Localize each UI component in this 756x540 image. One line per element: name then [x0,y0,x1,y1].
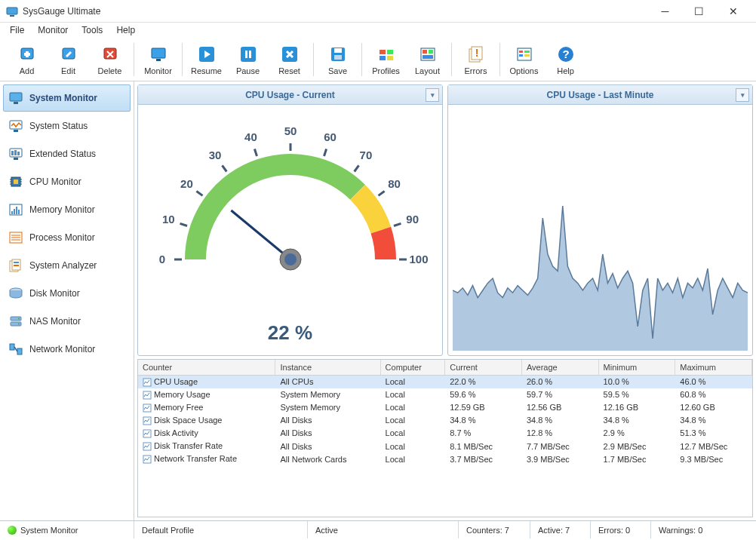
toolbar-save-button[interactable]: Save [317,40,358,79]
svg-rect-18 [387,50,393,54]
svg-rect-45 [14,179,18,184]
col-counter[interactable]: Counter [138,360,275,375]
toolbar-separator [182,43,183,76]
col-current[interactable]: Current [445,360,522,375]
svg-rect-101 [143,430,151,437]
minimize-button[interactable]: ─ [648,1,682,22]
table-cell: Disk Space Usage [138,414,275,427]
chart-panel-header: CPU Usage - Last Minute ▾ [448,85,752,105]
col-instance[interactable]: Instance [275,360,380,375]
table-cell: 59.6 % [445,388,522,401]
chart-panel-title: CPU Usage - Last Minute [546,90,653,100]
svg-line-78 [222,165,226,171]
menubar: FileMonitorToolsHelp [0,23,756,38]
window-title: SysGauge Ultimate [23,6,648,17]
svg-text:?: ? [562,48,569,60]
toolbar-errors-button[interactable]: !Errors [455,40,496,79]
svg-text:50: 50 [284,124,297,137]
toolbar-delete-button[interactable]: Delete [89,40,131,79]
table-row[interactable]: Disk Transfer RateAll DisksLocal8.1 MB/S… [138,440,752,453]
table-row[interactable]: CPU UsageAll CPUsLocal22.0 %26.0 %10.0 %… [138,375,752,388]
svg-rect-102 [143,443,151,450]
table-cell: 34.8 % [675,414,752,427]
svg-line-74 [180,223,187,226]
svg-rect-36 [14,102,18,104]
svg-text:20: 20 [180,177,193,190]
svg-rect-19 [380,56,386,60]
table-cell: 9.3 MB/Sec [675,453,752,465]
gauge-panel-dropdown[interactable]: ▾ [426,88,439,102]
toolbar-label: Profiles [372,66,400,75]
table-row[interactable]: Disk ActivityAll DisksLocal8.7 %12.8 %2.… [138,427,752,440]
svg-rect-20 [387,56,393,60]
toolbar-label: Save [328,66,347,75]
menu-help[interactable]: Help [111,23,140,37]
table-cell: Local [380,453,445,465]
status-profile: Default Profile [134,521,308,538]
toolbar-pause-button[interactable]: Pause [227,40,269,79]
toolbar-add-button[interactable]: Add [6,40,48,79]
titlebar: SysGauge Ultimate ─ ☐ ✕ [0,0,756,23]
toolbar-options-button[interactable]: Options [503,40,545,79]
sidebar-item-cpu-monitor[interactable]: CPU Monitor [3,168,131,195]
sidebar-item-system-analyzer[interactable]: System Analyzer [3,252,131,279]
table-cell: 2.9 MB/Sec [598,440,675,453]
table-row[interactable]: Memory FreeSystem MemoryLocal12.59 GB12.… [138,401,752,414]
toolbar-layout-button[interactable]: Layout [407,40,448,79]
col-minimum[interactable]: Minimum [598,360,675,375]
table-cell: 26.0 % [521,375,598,388]
sidebar-item-disk-monitor[interactable]: Disk Monitor [3,280,131,307]
toolbar-help-button[interactable]: ?Help [545,40,586,79]
sidebar-item-extended-status[interactable]: Extended Status [3,140,131,167]
close-button[interactable]: ✕ [716,1,750,22]
sidebar-item-label: Process Monitor [29,232,95,243]
gauge-panel-header: CPU Usage - Current ▾ [138,85,442,105]
svg-rect-29 [519,51,523,53]
table-row[interactable]: Disk Space UsageAll DisksLocal34.8 %34.8… [138,414,752,427]
memory-icon [8,202,23,217]
toolbar-label: Add [20,66,35,75]
table-row[interactable]: Network Transfer RateAll Network CardsLo… [138,453,752,465]
svg-rect-55 [16,207,17,214]
toolbar-edit-button[interactable]: Edit [48,40,89,79]
toolbar-separator [313,43,314,76]
status-dot-icon [8,526,17,535]
toolbar-monitor-button[interactable]: Monitor [137,40,179,79]
sidebar-item-process-monitor[interactable]: Process Monitor [3,224,131,251]
sidebar-item-nas-monitor[interactable]: NAS Monitor [3,308,131,335]
svg-rect-24 [423,55,433,59]
sidebar-item-network-monitor[interactable]: Network Monitor [3,336,131,363]
counter-icon [143,455,152,464]
chart-panel-dropdown[interactable]: ▾ [736,88,749,102]
toolbar-separator [451,43,452,76]
sidebar-item-label: Extended Status [29,149,96,159]
table-row[interactable]: Memory UsageSystem MemoryLocal59.6 %59.7… [138,388,752,401]
table-cell: 10.0 % [598,375,675,388]
col-average[interactable]: Average [521,360,598,375]
svg-rect-23 [429,50,433,54]
toolbar-resume-button[interactable]: Resume [186,40,227,79]
toolbar-label: Errors [465,66,487,75]
toolbar-profiles-button[interactable]: Profiles [365,40,407,79]
col-maximum[interactable]: Maximum [675,360,752,375]
sidebar-item-memory-monitor[interactable]: Memory Monitor [3,196,131,223]
menu-file[interactable]: File [5,23,29,37]
table-cell: CPU Usage [138,375,275,388]
menu-tools[interactable]: Tools [76,23,108,37]
monitor-icon [8,91,23,106]
sidebar-item-system-status[interactable]: System Status [3,112,131,140]
counter-icon [143,403,152,413]
col-computer[interactable]: Computer [380,360,445,375]
svg-rect-42 [17,152,20,155]
maximize-button[interactable]: ☐ [682,1,716,22]
gauge: 0102030405060708090100 22 % [138,105,442,355]
table-cell: 34.8 % [521,414,598,427]
toolbar-label: Resume [191,66,222,75]
status-mode-label: System Monitor [20,526,78,535]
svg-rect-0 [7,8,17,14]
svg-rect-71 [17,348,22,354]
menu-monitor[interactable]: Monitor [32,23,73,37]
sidebar-item-system-monitor[interactable]: System Monitor [3,84,131,112]
toolbar-label: Reset [278,66,300,75]
toolbar-reset-button[interactable]: Reset [269,40,310,79]
